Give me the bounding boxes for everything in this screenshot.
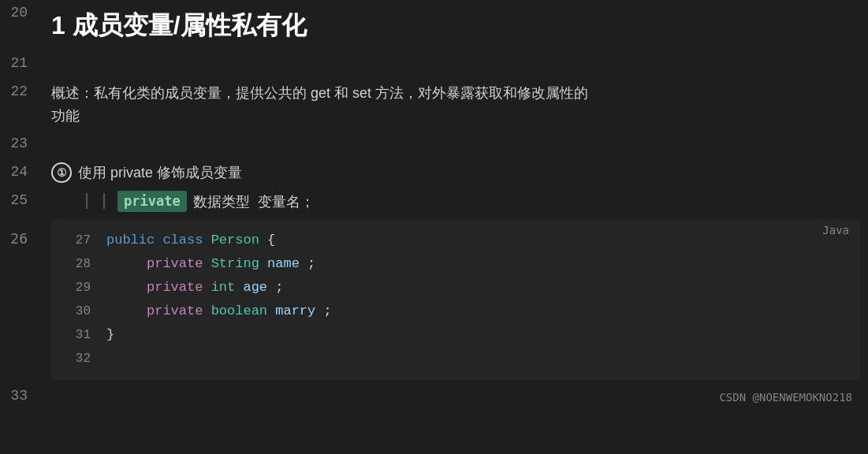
code-content-32 (106, 348, 848, 369)
code-line-30: 30 private boolean marry ; (67, 300, 848, 323)
kw-int: int (211, 280, 236, 295)
class-name-person: Person (211, 233, 259, 247)
line-num-33: 33 (0, 386, 43, 404)
code-content-31: } (106, 325, 848, 345)
code-line-32: 32 (67, 347, 848, 370)
desc-line2: 功能 (51, 108, 80, 124)
code-linenum-28: 28 (67, 257, 91, 271)
kw-private-1: private (147, 256, 203, 271)
code-line-29: 29 private int age ; (67, 276, 848, 300)
line-num-20: 20 (0, 3, 43, 20)
kw-private-2: private (147, 280, 203, 295)
kw-string: String (211, 256, 259, 271)
code-content-29: private int age ; (106, 277, 848, 298)
line-23: 23 (0, 131, 868, 159)
code-linenum-31: 31 (67, 328, 91, 342)
kw-private-3: private (147, 303, 203, 318)
circle-number-1: ① (51, 162, 72, 183)
code-line-28: 28 private String name ; (67, 252, 848, 276)
code-linenum-30: 30 (67, 304, 91, 318)
line-23-content (43, 134, 868, 155)
code-content-30: private boolean marry ; (106, 301, 848, 322)
heading-text: 1 成员变量/属性私有化 (43, 3, 868, 47)
line-num-23: 23 (0, 134, 43, 151)
code-content-27: public class Person { (106, 230, 848, 251)
pipe-indent-2 (103, 193, 105, 209)
line-24: 24 ① 使用 private 修饰成员变量 (0, 159, 868, 188)
line-num-21: 21 (0, 54, 43, 71)
line-num-24: 24 (0, 162, 43, 180)
pipe-indent (86, 193, 88, 209)
line-21: 21 (0, 50, 868, 79)
line-25: 25 private 数据类型 变量名； (0, 188, 868, 216)
line-num-25: 25 (0, 191, 43, 208)
line-21-content (43, 54, 868, 75)
var-name-2: age (243, 280, 267, 295)
line-33: 33 CSDN @NOENWEMOKNO218 (0, 383, 868, 411)
private-rest: 数据类型 变量名； (193, 191, 315, 212)
private-badge: private (117, 191, 187, 213)
code-linenum-32: 32 (67, 352, 91, 366)
desc-text: 概述：私有化类的成员变量，提供公共的 get 和 set 方法，对外暴露获取和修… (43, 82, 868, 128)
private-syntax: private 数据类型 变量名； (43, 191, 868, 213)
var-name-3: marry (275, 303, 315, 318)
code-block: Java 27 public class Person { 28 (51, 219, 860, 380)
point-content: ① 使用 private 修饰成员变量 (43, 162, 868, 184)
kw-class: class (162, 233, 203, 247)
watermark-text: CSDN @NOENWEMOKNO218 (719, 391, 852, 404)
code-linenum-29: 29 (67, 281, 91, 295)
kw-public: public (106, 233, 155, 247)
var-name-1: name (267, 256, 300, 271)
line-20: 20 1 成员变量/属性私有化 (0, 0, 868, 50)
code-line-31: 31 } (67, 323, 848, 347)
code-block-wrapper: Java 27 public class Person { 28 (43, 216, 868, 383)
code-line-27: 27 public class Person { (67, 229, 848, 252)
kw-boolean: boolean (211, 303, 267, 318)
desc-line1: 概述：私有化类的成员变量，提供公共的 get 和 set 方法，对外暴露获取和修… (51, 85, 588, 101)
line-num-22: 22 (0, 82, 43, 99)
line-num-26: 26 (0, 216, 43, 247)
code-linenum-27: 27 (67, 233, 91, 247)
code-content-28: private String name ; (106, 254, 848, 274)
line-22: 22 概述：私有化类的成员变量，提供公共的 get 和 set 方法，对外暴露获… (0, 79, 868, 131)
point-text: 使用 private 修饰成员变量 (78, 162, 242, 184)
line-26-area: 26 Java 27 public class Person { (0, 216, 868, 383)
code-lang-label: Java (822, 224, 849, 236)
